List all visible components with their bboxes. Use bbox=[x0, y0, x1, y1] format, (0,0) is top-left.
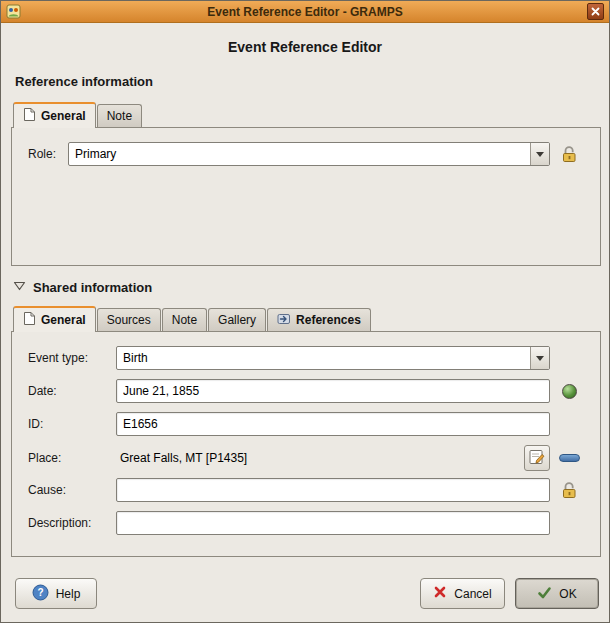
cancel-button-label: Cancel bbox=[454, 587, 491, 601]
ok-button[interactable]: OK bbox=[515, 578, 599, 609]
reference-tabbar: General Note bbox=[11, 101, 601, 127]
tab-shared-gallery[interactable]: Gallery bbox=[208, 308, 266, 331]
id-input[interactable] bbox=[116, 412, 550, 436]
dropdown-arrow-icon bbox=[536, 356, 544, 361]
place-label: Place: bbox=[28, 451, 116, 465]
tab-label: Note bbox=[107, 109, 132, 123]
window-title: Event Reference Editor - GRAMPS bbox=[1, 5, 609, 19]
ok-button-label: OK bbox=[559, 587, 576, 601]
document-icon bbox=[23, 107, 36, 125]
privacy-lock-icon[interactable] bbox=[560, 481, 579, 500]
shared-tabbar: General Sources Note Gallery References bbox=[11, 305, 601, 331]
cause-row: Cause: bbox=[28, 478, 588, 502]
id-row: ID: bbox=[28, 412, 588, 436]
edit-place-button[interactable] bbox=[524, 445, 550, 471]
date-status-led-icon[interactable] bbox=[562, 384, 577, 399]
cancel-button[interactable]: Cancel bbox=[420, 578, 505, 609]
event-type-row: Event type: Birth bbox=[28, 346, 588, 370]
role-dropdown-button[interactable] bbox=[530, 143, 549, 165]
id-label: ID: bbox=[28, 417, 116, 431]
titlebar[interactable]: Event Reference Editor - GRAMPS bbox=[1, 1, 609, 23]
tab-shared-sources[interactable]: Sources bbox=[97, 308, 161, 331]
tab-label: References bbox=[296, 313, 361, 327]
tab-shared-note[interactable]: Note bbox=[162, 308, 207, 331]
tab-reference-general[interactable]: General bbox=[13, 102, 96, 128]
help-button[interactable]: ? Help bbox=[15, 578, 97, 609]
description-label: Description: bbox=[28, 516, 116, 530]
tab-label: General bbox=[41, 109, 86, 123]
ok-icon bbox=[537, 585, 552, 603]
close-button[interactable] bbox=[587, 3, 604, 20]
tab-label: Gallery bbox=[218, 313, 256, 327]
help-button-label: Help bbox=[56, 587, 81, 601]
role-combobox-value: Primary bbox=[69, 143, 530, 165]
place-value: Great Falls, MT [P1435] bbox=[116, 451, 247, 465]
svg-text:?: ? bbox=[37, 587, 43, 598]
date-input[interactable] bbox=[116, 379, 550, 403]
edit-place-icon bbox=[528, 448, 546, 469]
references-icon bbox=[277, 312, 291, 329]
tab-label: Sources bbox=[107, 313, 151, 327]
event-type-dropdown-button[interactable] bbox=[530, 347, 549, 369]
dropdown-arrow-icon bbox=[536, 152, 544, 157]
reference-notebook: General Note Role: Primary bbox=[11, 101, 601, 266]
role-combobox[interactable]: Primary bbox=[68, 142, 550, 166]
event-type-combobox[interactable]: Birth bbox=[116, 346, 550, 370]
event-type-label: Event type: bbox=[28, 351, 116, 365]
event-reference-editor-window: Event Reference Editor - GRAMPS Event Re… bbox=[0, 0, 610, 623]
tab-label: Note bbox=[172, 313, 197, 327]
reference-tab-content: Role: Primary bbox=[11, 127, 601, 266]
remove-place-icon[interactable] bbox=[559, 454, 580, 462]
place-row: Place: Great Falls, MT [P1435] bbox=[28, 445, 588, 469]
document-icon bbox=[23, 311, 36, 329]
reference-section-label: Reference information bbox=[15, 74, 153, 89]
description-row: Description: bbox=[28, 511, 588, 535]
role-label: Role: bbox=[28, 147, 68, 161]
tab-reference-note[interactable]: Note bbox=[97, 104, 142, 127]
privacy-lock-icon[interactable] bbox=[560, 145, 579, 164]
shared-notebook: General Sources Note Gallery References bbox=[11, 305, 601, 557]
shared-tab-content: Event type: Birth Date: bbox=[11, 331, 601, 557]
shared-section-label: Shared information bbox=[33, 280, 152, 295]
tab-shared-general[interactable]: General bbox=[13, 306, 96, 332]
cause-label: Cause: bbox=[28, 483, 116, 497]
close-icon bbox=[591, 5, 600, 19]
expander-open-icon bbox=[13, 279, 26, 295]
cancel-icon bbox=[433, 585, 447, 602]
event-type-combobox-value: Birth bbox=[117, 347, 530, 369]
app-icon bbox=[6, 4, 21, 19]
date-label: Date: bbox=[28, 384, 116, 398]
dialog-heading: Event Reference Editor bbox=[1, 39, 609, 55]
help-icon: ? bbox=[32, 584, 49, 604]
description-input[interactable] bbox=[116, 511, 550, 535]
shared-section-expander[interactable]: Shared information bbox=[13, 279, 152, 295]
date-row: Date: bbox=[28, 379, 588, 403]
tab-shared-references[interactable]: References bbox=[267, 308, 371, 331]
cause-input[interactable] bbox=[116, 478, 550, 502]
tab-label: General bbox=[41, 313, 86, 327]
role-row: Role: Primary bbox=[12, 128, 600, 166]
